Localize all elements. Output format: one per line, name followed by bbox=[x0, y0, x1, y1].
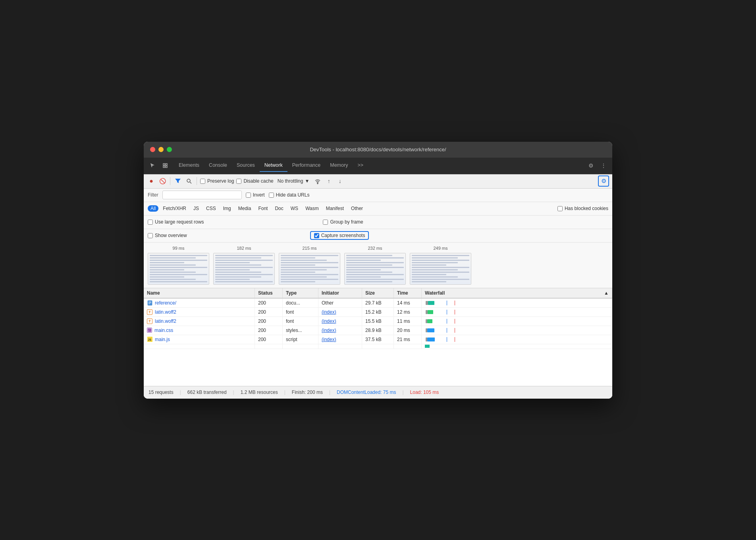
type-btn-img[interactable]: Img bbox=[220, 205, 234, 212]
td-size-3: 28.9 kB bbox=[362, 326, 394, 335]
type-btn-font[interactable]: Font bbox=[255, 205, 270, 212]
has-blocked-cookies-label[interactable]: Has blocked cookies bbox=[557, 206, 608, 211]
tab-console[interactable]: Console bbox=[204, 159, 232, 172]
minimize-button[interactable] bbox=[158, 147, 164, 152]
devtools-settings-icon[interactable]: ⚙ bbox=[585, 160, 596, 171]
screenshot-thumb-3[interactable] bbox=[344, 253, 406, 285]
table-row[interactable]: T latin.woff2 200 font (index) 15.2 kB 1… bbox=[144, 308, 612, 317]
group-by-frame-label[interactable]: Group by frame bbox=[323, 219, 363, 225]
svg-rect-1 bbox=[166, 164, 167, 165]
screenshots-strip: 99 ms 182 ms 215 ms 232 ms 249 ms bbox=[144, 243, 612, 288]
group-by-frame-checkbox[interactable] bbox=[323, 220, 328, 225]
waterfall-bars-3 bbox=[425, 328, 609, 333]
table-row[interactable]: reference/ 200 docu... Other 29.7 kB 14 … bbox=[144, 299, 612, 308]
timestamp-3: 232 ms bbox=[344, 246, 406, 251]
has-blocked-cookies-checkbox[interactable] bbox=[557, 206, 563, 211]
tab-performance[interactable]: Performance bbox=[287, 159, 326, 172]
search-icon[interactable] bbox=[185, 177, 193, 185]
type-btn-css[interactable]: CSS bbox=[203, 205, 219, 212]
td-type-1: font bbox=[283, 308, 318, 316]
td-time-2: 11 ms bbox=[394, 317, 422, 326]
cursor-icon[interactable] bbox=[147, 160, 158, 171]
download-icon[interactable]: ↓ bbox=[336, 177, 344, 185]
table-row[interactable] bbox=[144, 344, 612, 349]
table-row[interactable]: / main.css 200 styles... (index) 28.9 kB… bbox=[144, 326, 612, 335]
close-button[interactable] bbox=[150, 147, 155, 152]
invert-checkbox[interactable] bbox=[246, 193, 251, 198]
record-button[interactable]: ● bbox=[147, 177, 156, 185]
type-btn-wasm[interactable]: Wasm bbox=[303, 205, 322, 212]
screenshot-thumb-4[interactable] bbox=[410, 253, 471, 285]
options-row-2: Show overview Capture screenshots bbox=[144, 229, 612, 243]
table-body: reference/ 200 docu... Other 29.7 kB 14 … bbox=[144, 299, 612, 386]
type-btn-media[interactable]: Media bbox=[235, 205, 254, 212]
type-btn-manifest[interactable]: Manifest bbox=[323, 205, 347, 212]
network-settings-button[interactable]: ⚙ bbox=[598, 176, 609, 187]
maximize-button[interactable] bbox=[167, 147, 172, 152]
capture-screenshots-label[interactable]: Capture screenshots bbox=[310, 231, 369, 240]
filter-icon[interactable] bbox=[174, 177, 182, 185]
tab-network[interactable]: Network bbox=[260, 159, 287, 172]
disable-cache-checkbox[interactable] bbox=[236, 179, 241, 184]
waterfall-bars-0 bbox=[425, 301, 609, 305]
th-waterfall[interactable]: Waterfall ▲ bbox=[422, 288, 612, 298]
type-btn-all[interactable]: All bbox=[148, 205, 158, 212]
td-size-2: 15.5 kB bbox=[362, 317, 394, 326]
table-row[interactable]: JS main.js 200 script (index) 37.5 kB 21… bbox=[144, 335, 612, 344]
show-overview-label[interactable]: Show overview bbox=[148, 233, 187, 238]
tab-memory[interactable]: Memory bbox=[325, 159, 353, 172]
th-size[interactable]: Size bbox=[362, 288, 394, 298]
td-name-2: T latin.woff2 bbox=[144, 317, 255, 326]
td-initiator-2: (index) bbox=[318, 317, 362, 326]
svg-text:/: / bbox=[148, 329, 150, 332]
tab-sources[interactable]: Sources bbox=[232, 159, 260, 172]
screenshot-thumb-2[interactable] bbox=[279, 253, 340, 285]
th-time[interactable]: Time bbox=[394, 288, 422, 298]
show-overview-checkbox[interactable] bbox=[148, 233, 153, 238]
font-icon-1: T bbox=[147, 309, 152, 315]
th-initiator[interactable]: Initiator bbox=[318, 288, 362, 298]
upload-icon[interactable]: ↑ bbox=[324, 177, 333, 185]
td-type-2: font bbox=[283, 317, 318, 326]
type-btn-other[interactable]: Other bbox=[348, 205, 366, 212]
td-partial-3 bbox=[283, 344, 318, 349]
hide-data-urls-checkbox[interactable] bbox=[269, 193, 274, 198]
stop-button[interactable]: 🚫 bbox=[158, 177, 167, 185]
td-partial-7 bbox=[422, 344, 612, 349]
waterfall-bars-1 bbox=[425, 310, 609, 314]
type-btn-doc[interactable]: Doc bbox=[272, 205, 286, 212]
disable-cache-label[interactable]: Disable cache bbox=[236, 178, 273, 184]
load-time: Load: 105 ms bbox=[410, 390, 439, 395]
screenshot-thumb-1[interactable] bbox=[213, 253, 275, 285]
td-time-3: 20 ms bbox=[394, 326, 422, 335]
hide-data-urls-label[interactable]: Hide data URLs bbox=[269, 192, 310, 198]
network-table: Name Status Type Initiator Size Time Wat… bbox=[144, 288, 612, 386]
preserve-log-checkbox[interactable] bbox=[200, 179, 205, 184]
preserve-log-label[interactable]: Preserve log bbox=[200, 178, 234, 184]
layers-icon[interactable] bbox=[160, 160, 171, 171]
large-rows-label[interactable]: Use large request rows bbox=[148, 219, 204, 225]
filter-row: Filter Invert Hide data URLs bbox=[144, 189, 612, 202]
type-btn-js[interactable]: JS bbox=[191, 205, 202, 212]
td-waterfall-0 bbox=[422, 299, 612, 307]
type-btn-ws[interactable]: WS bbox=[288, 205, 301, 212]
resources-size: 1.2 MB resources bbox=[241, 390, 278, 395]
th-type[interactable]: Type bbox=[283, 288, 318, 298]
screenshot-thumb-0[interactable] bbox=[148, 253, 209, 285]
th-status[interactable]: Status bbox=[255, 288, 283, 298]
wifi-icon[interactable] bbox=[313, 177, 322, 185]
tab-more[interactable]: >> bbox=[353, 159, 368, 172]
capture-screenshots-checkbox[interactable] bbox=[314, 233, 319, 238]
devtools-more-icon[interactable]: ⋮ bbox=[598, 160, 609, 171]
td-name-1: T latin.woff2 bbox=[144, 308, 255, 316]
td-initiator-4: (index) bbox=[318, 335, 362, 344]
type-btn-fetch[interactable]: Fetch/XHR bbox=[160, 205, 189, 212]
invert-label[interactable]: Invert bbox=[246, 192, 265, 198]
table-row[interactable]: T latin.woff2 200 font (index) 15.5 kB 1… bbox=[144, 317, 612, 326]
large-rows-checkbox[interactable] bbox=[148, 220, 153, 225]
filter-input[interactable] bbox=[162, 191, 242, 199]
th-name[interactable]: Name bbox=[144, 288, 255, 298]
devtools-content: Elements Console Sources Network Perform… bbox=[144, 158, 612, 399]
tab-elements[interactable]: Elements bbox=[174, 159, 204, 172]
throttle-select[interactable]: No throttling ▼ bbox=[276, 177, 311, 185]
